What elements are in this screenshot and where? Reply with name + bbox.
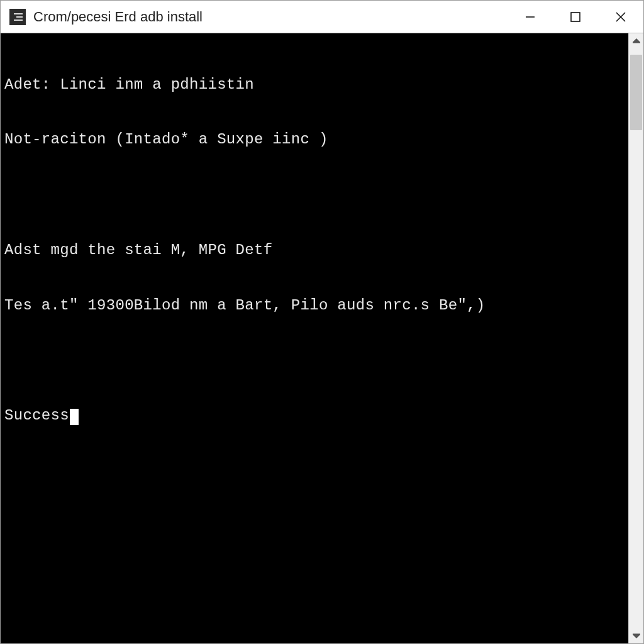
terminal-line: Not-raciton (Intado* a Suxpe iinc ) xyxy=(4,130,625,148)
scrollbar-thumb[interactable] xyxy=(630,55,642,130)
close-button[interactable] xyxy=(598,1,643,33)
terminal-success-text: Success xyxy=(4,407,69,424)
terminal-line: Adst mgd the stai M, MPG Detf xyxy=(4,241,625,259)
chevron-up-icon xyxy=(633,37,640,45)
terminal-line: Tes a.t" 19300Bilod nm a Bart, Pilo auds… xyxy=(4,296,625,314)
terminal-output[interactable]: Adet: Linci inm a pdhiistin Not-raciton … xyxy=(1,33,628,643)
terminal-success-line: Success xyxy=(4,406,625,425)
terminal-blank-line xyxy=(4,186,625,204)
scrollbar-track[interactable] xyxy=(629,48,643,628)
window-body: Adet: Linci inm a pdhiistin Not-raciton … xyxy=(1,33,643,643)
terminal-blank-line xyxy=(4,352,625,370)
terminal-line: Adet: Linci inm a pdhiistin xyxy=(4,75,625,94)
window-controls xyxy=(508,1,643,33)
minimize-button[interactable] xyxy=(508,1,553,33)
scroll-down-button[interactable] xyxy=(629,628,643,643)
terminal-cursor xyxy=(70,409,79,425)
svg-rect-1 xyxy=(571,13,580,21)
vertical-scrollbar[interactable] xyxy=(628,33,643,643)
minimize-icon xyxy=(524,11,536,23)
titlebar[interactable]: Crom/pecesi Erd adb install xyxy=(1,1,643,33)
chevron-down-icon xyxy=(633,632,640,640)
cmd-app-icon xyxy=(9,9,26,25)
scroll-up-button[interactable] xyxy=(629,33,643,48)
window-title: Crom/pecesi Erd adb install xyxy=(33,9,508,25)
app-window: Crom/pecesi Erd adb install Ade xyxy=(0,0,644,644)
maximize-button[interactable] xyxy=(553,1,598,33)
close-icon xyxy=(614,11,627,23)
maximize-icon xyxy=(570,11,581,23)
